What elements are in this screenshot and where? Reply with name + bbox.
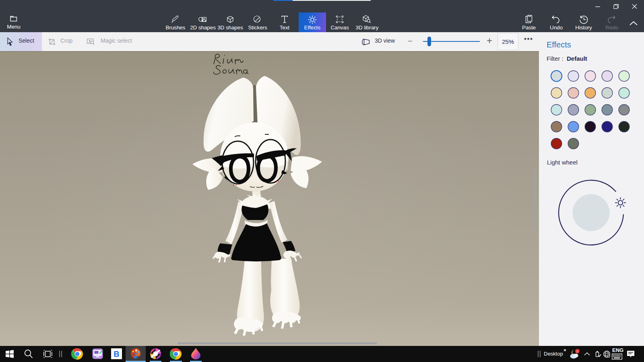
svg-text:B: B — [114, 350, 119, 358]
svg-text:r: r — [577, 350, 578, 354]
